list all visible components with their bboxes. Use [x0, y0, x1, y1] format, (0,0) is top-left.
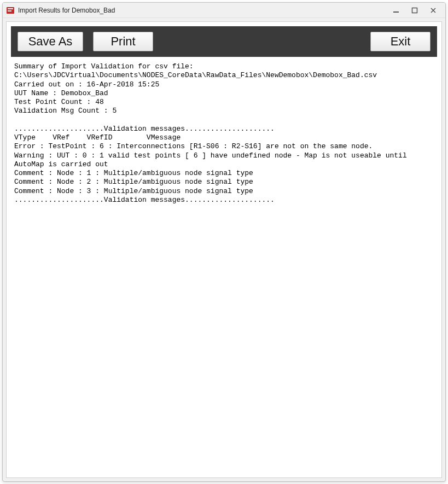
window-title: Import Results for Demobox_Bad [18, 7, 389, 14]
svg-rect-2 [8, 10, 11, 11]
print-button[interactable]: Print [93, 32, 153, 51]
exit-button[interactable]: Exit [370, 32, 430, 51]
svg-rect-3 [393, 11, 399, 13]
svg-rect-4 [412, 8, 417, 13]
window-controls [389, 6, 442, 15]
close-button[interactable] [427, 6, 440, 15]
client-area: Save As Print Exit Summary of Import Val… [6, 21, 442, 478]
titlebar[interactable]: Import Results for Demobox_Bad [3, 3, 445, 18]
app-icon [6, 6, 15, 15]
maximize-button[interactable] [408, 6, 421, 15]
save-as-button[interactable]: Save As [18, 32, 83, 51]
log-output[interactable]: Summary of Import Validation for csv fil… [11, 57, 437, 473]
minimize-button[interactable] [389, 6, 403, 15]
window-frame: Import Results for Demobox_Bad Save As P… [2, 2, 446, 482]
toolbar: Save As Print Exit [11, 26, 437, 57]
svg-rect-1 [8, 8, 13, 9]
